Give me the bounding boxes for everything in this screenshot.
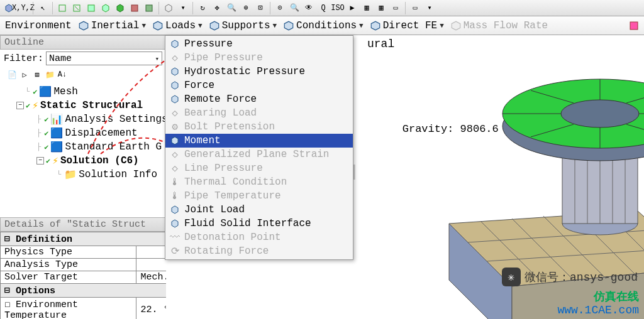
filter-select[interactable]: Name ▾ [46,51,162,65]
tree-node-displacement[interactable]: ├✔🟦 Displacement [5,126,165,140]
zoom-in-icon[interactable]: 🔍 [225,2,238,14]
folder-icon[interactable]: 📁 [44,69,55,80]
iso-icon[interactable]: ISO [331,2,344,14]
extra-icon[interactable] [626,19,641,32]
select-icon[interactable] [143,2,155,14]
prop-label: Environment Temperature [4,300,78,319]
separator [405,2,406,14]
tree-node-solinfo[interactable]: └📁 Solution Info [5,168,165,181]
cube-icon [450,20,462,31]
svg-rect-3 [131,5,138,11]
collapse-icon[interactable]: − [36,157,44,165]
wechat-banner: ✳ 微信号：ansys-good [502,268,638,286]
select-icon[interactable] [99,2,112,14]
prop-label: Analysis Type [1,259,136,271]
tree-node-mesh[interactable]: └✔🟦 Mesh [5,85,165,99]
tree-node-static[interactable]: − ✔⚡ Static Structural [5,99,165,112]
brand-name: 仿真在线 [557,289,639,304]
rotate-icon[interactable]: ↻ [196,2,209,14]
zoom-icon[interactable]: 🔍 [288,2,301,14]
menu-item-detonation: 〰Detonation Point [165,230,353,244]
pointer-icon[interactable]: ↖ [36,2,49,14]
brand-url: www.1CAE.com [557,304,639,316]
rotate-icon: ⟳ [169,246,180,257]
separator [270,2,270,14]
dropdown-icon[interactable]: ▾ [423,2,436,14]
zoom-out-icon[interactable]: ⊕ [240,2,252,14]
tree-node-solution[interactable]: − ✔⚡ Solution (C6) [5,154,165,168]
wave-icon: 〰 [169,232,180,243]
menu-item-pipe-pressure: ◇Pipe Pressure [165,51,353,65]
pan-icon[interactable]: ✥ [211,2,223,14]
cube-icon [78,20,89,31]
massflow-menu: Mass Flow Rate [448,19,550,33]
tool-icon[interactable]: X,Y,Z [17,2,30,14]
menu-item-force[interactable]: Force [165,78,353,92]
display-icon[interactable]: ▦ [360,2,373,14]
tree-label: Displacement [65,127,137,139]
menu-item-moment[interactable]: Moment [165,134,353,148]
chevron-down-icon: ▾ [155,55,159,63]
supports-menu[interactable]: Supports▼ [206,19,279,33]
cube-icon [169,218,180,229]
menu-item-pressure[interactable]: Pressure [165,37,353,51]
select-icon[interactable] [56,2,69,14]
menu-item-remote-force[interactable]: Remote Force [165,92,353,106]
select-icon[interactable] [85,2,97,14]
cube-icon: ◇ [169,107,180,119]
menu-label: Supports [222,20,270,31]
tree-label: Static Structural [40,100,143,111]
next-icon[interactable]: ▶ [346,2,358,14]
dropdown-icon[interactable]: ▾ [177,2,189,14]
menu-item-rotating: ⟳Rotating Force [165,244,353,258]
menu-item-thermal: 🌡Thermal Condition [165,175,353,189]
cube-icon [209,20,220,31]
cube-icon [169,94,180,105]
view-icon[interactable]: Q [317,2,330,14]
tree-node-earth[interactable]: ├✔🟦 Standard Earth G [5,140,165,154]
directfe-menu[interactable]: Direct FE▼ [367,19,447,33]
tree: └✔🟦 Mesh − ✔⚡ Static Structural ├✔📊 Anal… [0,82,166,184]
sort-icon[interactable]: A↓ [57,69,68,80]
collapse-icon[interactable]: ⊞ [31,69,43,80]
menu-label: Mass Flow Rate [464,20,548,31]
outline-title: Outline [0,35,166,50]
menu-item-line-pressure: ◇Line Pressure [165,161,353,175]
separator [192,2,193,14]
cube-icon [370,20,381,31]
tree-label: Mesh [53,86,77,97]
tree-label: Solution Info [79,169,157,180]
footer-watermark: 仿真在线 www.1CAE.com [557,289,639,316]
expand-icon[interactable]: ▷ [19,69,30,80]
select-icon[interactable] [114,2,126,14]
menu-item-bolt: ⚙Bolt Pretension [165,120,353,134]
fit-icon[interactable]: ⊙ [274,2,286,14]
random-icon[interactable]: ▦ [375,2,387,14]
menu-item-fsi[interactable]: Fluid Solid Interface [165,217,353,230]
separator [52,2,53,14]
menu-label: Inertial [91,20,140,31]
menu-item-hydrostatic[interactable]: Hydrostatic Pressure [165,65,353,78]
cube-icon: ◇ [169,52,180,63]
menu-item-joint[interactable]: Joint Load [165,203,353,217]
layout-icon[interactable]: ▭ [389,2,402,14]
window-icon[interactable]: ▭ [409,2,421,14]
thermal-icon: 🌡 [169,176,180,188]
select-icon[interactable] [128,2,141,14]
tree-node-settings[interactable]: ├✔📊 Analysis Settings [5,112,165,126]
menu-item-plane-strain: ◇Generalized Plane Strain [165,148,353,161]
refresh-icon[interactable]: 📄 [6,69,18,80]
conditions-menu[interactable]: Conditions▼ [280,19,366,33]
outline-panel: Outline Filter: Name ▾ 📄 ▷ ⊞ 📁 A↓ └✔🟦 Me… [0,35,166,184]
tree-label: Solution (C6) [60,155,139,166]
loads-menu[interactable]: Loads▼ [150,19,205,33]
context-toolbar: Environment Inertial▼ Loads▼ Supports▼ C… [0,16,644,35]
zoom-box-icon[interactable]: ⊡ [254,2,267,14]
collapse-icon[interactable]: − [16,102,24,109]
inertial-menu[interactable]: Inertial▼ [75,19,148,33]
select-mode-icon[interactable] [162,2,175,14]
separator [33,2,33,14]
select-icon[interactable] [70,2,83,14]
look-icon[interactable]: 👁 [303,2,315,14]
tree-label: Standard Earth G [65,141,162,153]
